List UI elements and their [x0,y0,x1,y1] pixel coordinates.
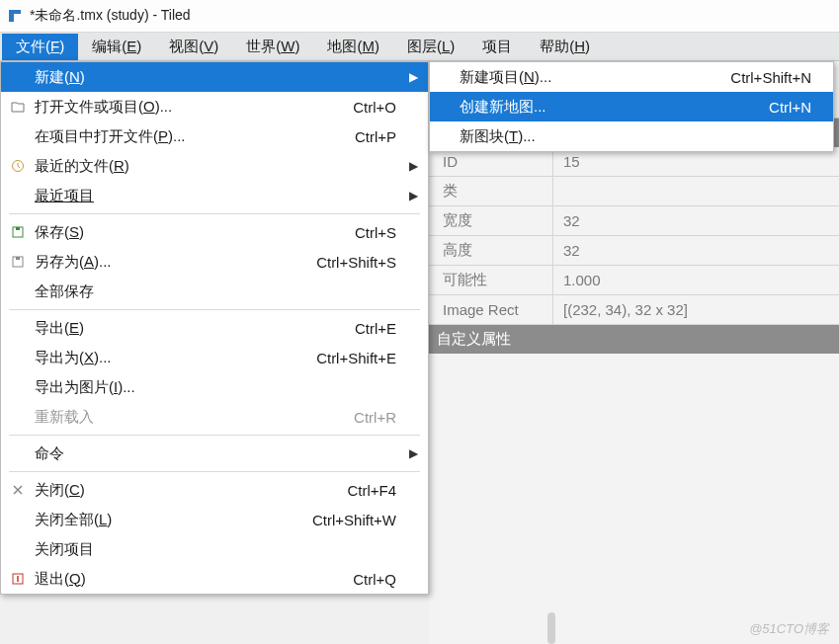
prop-row-class[interactable]: 类 [429,177,839,206]
menu-separator [9,309,420,310]
clock-icon [9,157,27,175]
prop-row-width[interactable]: 宽度32 [429,206,839,236]
menu-edit[interactable]: 编辑(E) [78,34,155,60]
quit-icon [9,570,27,588]
file-menu-commands[interactable]: 命令 ▶ [1,439,428,468]
submenu-arrow-icon: ▶ [409,159,418,173]
menu-separator [9,213,420,214]
file-menu-recent-files[interactable]: 最近的文件(R) ▶ [1,151,428,181]
submenu-new-project[interactable]: 新建项目(N)... Ctrl+Shift+N [430,62,833,92]
window-title: *未命名.tmx (study) - Tiled [30,7,191,25]
file-menu-export-image[interactable]: 导出为图片(I)... [1,372,428,402]
svg-rect-4 [16,227,20,230]
file-menu-recent-projects[interactable]: 最近项目 ▶ [1,181,428,210]
submenu-new-tileset[interactable]: 新图块(T)... [430,121,833,151]
submenu-new-map[interactable]: 创建新地图... Ctrl+N [430,92,833,121]
prop-row-height[interactable]: 高度32 [429,236,839,266]
svg-rect-6 [16,257,20,260]
section-custom-props: 自定义属性 [429,325,839,354]
file-menu-save-all[interactable]: 全部保存 [1,277,428,306]
close-icon [9,481,27,499]
file-menu-reload: 重新载入 Ctrl+R [1,402,428,432]
menu-view[interactable]: 视图(V) [155,34,232,60]
file-menu-save-as[interactable]: 另存为(A)... Ctrl+Shift+S [1,247,428,277]
prop-row-image-rect[interactable]: Image Rect[(232, 34), 32 x 32] [429,295,839,325]
new-submenu: 新建项目(N)... Ctrl+Shift+N 创建新地图... Ctrl+N … [429,61,834,152]
watermark: @51CTO博客 [749,620,829,638]
file-menu-dropdown: 新建(N) ▶ 打开文件或项目(O)... Ctrl+O 在项目中打开文件(P)… [0,61,429,595]
file-menu-open[interactable]: 打开文件或项目(O)... Ctrl+O [1,92,428,121]
menu-help[interactable]: 帮助(H) [526,34,604,60]
submenu-arrow-icon: ▶ [409,189,418,202]
submenu-arrow-icon: ▶ [409,446,418,460]
menu-bar: 文件(F) 编辑(E) 视图(V) 世界(W) 地图(M) 图层(L) 项目 帮… [0,32,839,61]
menu-separator [9,435,420,436]
scrollbar-thumb[interactable] [547,612,555,644]
file-menu-quit[interactable]: 退出(Q) Ctrl+Q [1,564,428,594]
menu-map[interactable]: 地图(M) [313,34,393,60]
prop-row-probability[interactable]: 可能性1.000 [429,266,839,295]
file-menu-export[interactable]: 导出(E) Ctrl+E [1,313,428,343]
file-menu-close-all[interactable]: 关闭全部(L) Ctrl+Shift+W [1,505,428,534]
folder-open-icon [9,98,27,116]
save-icon [9,223,27,241]
svg-rect-1 [9,10,21,14]
file-menu-close[interactable]: 关闭(C) Ctrl+F4 [1,475,428,505]
save-as-icon [9,253,27,271]
file-menu-save[interactable]: 保存(S) Ctrl+S [1,217,428,247]
menu-layer[interactable]: 图层(L) [393,34,468,60]
menu-file[interactable]: 文件(F) [2,34,78,60]
submenu-arrow-icon: ▶ [409,70,418,84]
file-menu-export-as[interactable]: 导出为(X)... Ctrl+Shift+E [1,343,428,372]
file-menu-open-in-project[interactable]: 在项目中打开文件(P)... Ctrl+P [1,121,428,151]
menu-project[interactable]: 项目 [468,34,526,60]
title-bar: *未命名.tmx (study) - Tiled [0,0,839,32]
file-menu-close-project[interactable]: 关闭项目 [1,534,428,564]
app-icon [6,7,24,25]
file-menu-new[interactable]: 新建(N) ▶ [1,62,428,92]
menu-separator [9,471,420,472]
menu-world[interactable]: 世界(W) [232,34,313,60]
